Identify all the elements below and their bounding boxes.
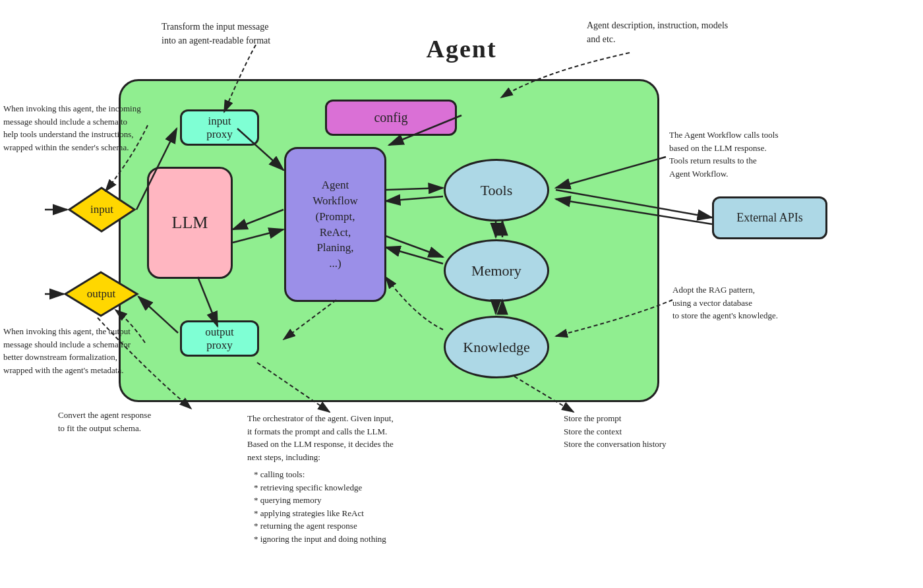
agent-title: Agent	[426, 34, 496, 63]
input-proxy-box: input proxy	[180, 109, 259, 146]
annotation-transform: Transform the input message into an agen…	[162, 20, 270, 47]
workflow-box: Agent Workflow (Prompt, ReAct, Planing, …	[284, 147, 386, 302]
annotation-left-bottom: When invoking this agent, the output mes…	[3, 325, 131, 376]
input-diamond: input	[67, 186, 136, 233]
external-apis-box: External APIs	[712, 196, 827, 239]
annotation-left-top: When invoking this agent, the incoming m…	[3, 102, 141, 154]
annotation-bottom-center: The orchestrator of the agent. Given inp…	[247, 412, 394, 463]
annotation-bottom-left: Convert the agent response to fit the ou…	[58, 409, 151, 434]
config-box: config	[325, 100, 457, 136]
llm-box: LLM	[147, 167, 233, 279]
memory-ellipse: Memory	[444, 239, 549, 302]
output-diamond: output	[63, 270, 139, 318]
knowledge-ellipse: Knowledge	[444, 316, 549, 378]
annotation-agent-desc: Agent description, instruction, models a…	[587, 18, 728, 46]
agent-container: config input proxy LLM Agent Workflow (P…	[119, 79, 659, 402]
tools-ellipse: Tools	[444, 159, 549, 221]
annotation-right-bottom: Adopt the RAG pattern, using a vector da…	[672, 283, 778, 322]
annotation-bottom-bullets: * calling tools: * retrieving specific k…	[254, 468, 386, 545]
output-proxy-box: output proxy	[180, 320, 259, 357]
annotation-bottom-right: Store the prompt Store the context Store…	[564, 412, 667, 451]
annotation-right-top: The Agent Workflow calls tools based on …	[669, 129, 779, 180]
